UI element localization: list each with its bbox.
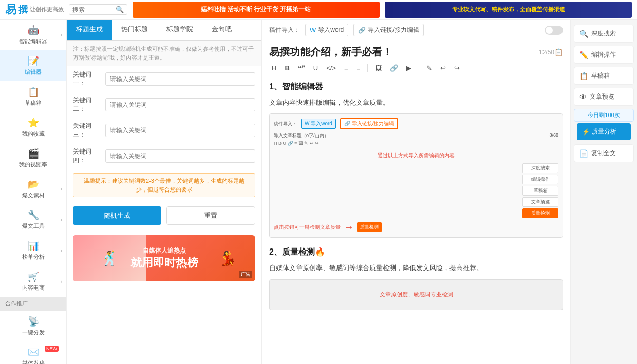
keyword-input-1[interactable] [105, 72, 255, 86]
copy-title-icon[interactable]: 📋 [554, 48, 563, 56]
reset-button[interactable]: 重置 [166, 206, 256, 225]
keyword-input-3[interactable] [105, 124, 255, 137]
mock-btn-edit-ops: 编辑操作 [522, 175, 558, 184]
smart-editor-icon: 🤖 [28, 25, 39, 36]
tip-box: 温馨提示：建议关键词数2-3个最佳，关键词越多，生成的标题越少，但越符合您的要求 [73, 173, 255, 197]
link-icon: 🔗 [358, 27, 366, 34]
quality-analysis-button[interactable]: ⚡ 质量分析 [577, 123, 631, 140]
sidebar-item-distribute[interactable]: 📡 一键分发 [0, 311, 66, 341]
mock-btn-deep-search: 深度搜索 [522, 163, 558, 173]
tab-bar: 标题生成 热门标题 标题学院 金句吧 [67, 20, 261, 41]
section-heading-2: 2、质量检测🔥 [269, 247, 563, 258]
sidebar-item-tools[interactable]: 🔧 爆文工具 › [0, 204, 66, 235]
far-right-deep-search[interactable]: 🔍 深度搜索 [574, 25, 634, 43]
keyword-row-1: 关键词一： [67, 66, 261, 92]
sidebar: 🤖 智能编辑器 › 📝 编辑器 📋 草稿箱 ⭐ 我的收藏 🎬 我的视频率 📂 爆… [0, 20, 67, 364]
search-box[interactable]: 🔍 [69, 4, 127, 15]
import-word-button[interactable]: W 导入word [305, 24, 348, 36]
middle-panel: 标题生成 热门标题 标题学院 金句吧 注：标题按照一定规律随机生成可能不准确，仅… [67, 20, 262, 364]
sidebar-item-draft[interactable]: 📋 草稿箱 [0, 81, 66, 112]
sidebar-item-material[interactable]: 📂 爆文素材 › [0, 174, 66, 204]
draft-icon: 📋 [28, 86, 39, 98]
code-button[interactable]: </> [324, 63, 339, 73]
main-layout: 🤖 智能编辑器 › 📝 编辑器 📋 草稿箱 ⭐ 我的收藏 🎬 我的视频率 📂 爆… [0, 20, 637, 364]
sidebar-item-videos[interactable]: 🎬 我的视频率 [0, 143, 66, 174]
far-right-draft[interactable]: 📋 草稿箱 [574, 67, 634, 85]
editor-content: 1、智能编辑器 文章内容快速排版编辑，优化文章质量。 稿件导入： W 导入wor… [262, 76, 570, 364]
far-right-panel: 🔍 深度搜索 ✏️ 编辑操作 📋 草稿箱 👁 文章预览 今日剩100次 ⚡ 质量… [570, 20, 637, 364]
ol-button[interactable]: ≡ [342, 63, 351, 73]
keyword-row-3: 关键词三： [67, 118, 261, 143]
mock-word-btn: W 导入word [301, 119, 336, 129]
redo-button[interactable]: ↪ [452, 63, 462, 73]
video-icon: 🎬 [28, 148, 39, 159]
today-remaining: 今日剩100次 [574, 109, 634, 122]
tab-title-school[interactable]: 标题学院 [157, 20, 202, 40]
video-button[interactable]: ▶ [404, 63, 414, 73]
sidebar-item-ecom[interactable]: 🛒 内容电商 › [0, 266, 66, 297]
top-banner-1[interactable]: 猛料吐槽 活动不断 行业干货 开播第一站 [133, 2, 380, 18]
link-button[interactable]: 🔗 [387, 63, 401, 73]
keyword-input-2[interactable] [105, 98, 255, 111]
import-label: 稿件导入： [269, 26, 300, 34]
tab-title-gen[interactable]: 标题生成 [67, 20, 112, 40]
search-icon: 🔍 [579, 30, 588, 38]
sidebar-item-media[interactable]: ✉️ 媒体发稿 NEW [0, 341, 66, 364]
editor-title-input[interactable] [269, 46, 539, 58]
mock-input-label: 导入文章标题（0字/山内） 8/68 [274, 132, 558, 139]
tab-hot-title[interactable]: 热门标题 [112, 20, 157, 40]
import-link-button[interactable]: 🔗 导入链接/接力编辑 [353, 24, 423, 36]
arrow-right-icon: → [344, 221, 354, 233]
bold-button[interactable]: B [282, 63, 292, 73]
keyword-row-2: 关键词二： [67, 92, 261, 118]
ul-button[interactable]: ≡ [354, 63, 363, 73]
mock-quality-screenshot: 文章原创度、敏感词专业检测 [269, 279, 563, 310]
far-right-copy[interactable]: 📄 复制全文 [574, 144, 634, 162]
quote-button[interactable]: ❝❞ [295, 63, 308, 73]
mock-editor-screenshot: 稿件导入： W 导入word 🔗 导入链接/接力编辑 导入文章标题（0字/山内）… [269, 113, 563, 238]
toolbar-separator [367, 64, 368, 72]
mock-arrow-row: 点击按钮可一键检测文章质量 → 质量检测 [274, 221, 558, 233]
mock-btn-draft: 草稿箱 [522, 186, 558, 196]
mock-toolbar: H B U 🔗 ≡ 🖼 ✎ ↩ ↪ [274, 141, 558, 146]
draft-box-icon: 📋 [579, 72, 588, 80]
quality-section: 今日剩100次 ⚡ 质量分析 [574, 109, 634, 141]
edit-icon: ✏️ [579, 51, 588, 59]
star-icon: ⭐ [28, 117, 39, 128]
mock-link-btn: 🔗 导入链接/接力编辑 [340, 118, 399, 129]
underline-button[interactable]: U [311, 63, 321, 73]
chevron-right-icon: › [61, 279, 62, 284]
section-content-2: 自媒体文章原创率、敏感词等综合质量检测，降低发文风险，提高推荐。 [269, 262, 563, 274]
chevron-right-icon: › [61, 32, 62, 38]
section-content-1: 文章内容快速排版编辑，优化文章质量。 [269, 97, 563, 108]
toggle-switch[interactable] [545, 26, 563, 35]
copy-icon: 📄 [579, 149, 588, 158]
heading-button[interactable]: H [269, 63, 279, 73]
image-button[interactable]: 🖼 [372, 63, 384, 73]
top-bar: 易撰 让创作更高效 🔍 猛料吐槽 活动不断 行业干货 开播第一站 专业软文代写、… [0, 0, 637, 20]
generate-button[interactable]: 随机生成 [73, 206, 161, 225]
far-right-edit-ops[interactable]: ✏️ 编辑操作 [574, 46, 634, 64]
mock-btn-preview: 文章预览 [522, 197, 558, 207]
undo-button[interactable]: ↩ [438, 63, 448, 73]
keyword-input-4[interactable] [105, 149, 255, 163]
sidebar-item-editor[interactable]: 📝 编辑器 [0, 50, 66, 81]
top-banner-2[interactable]: 专业软文代写、稿件发布，全面覆盖传播渠道 [385, 2, 632, 18]
rank-icon: 📊 [28, 240, 39, 252]
mock-btn-quality-active: 质量检测 [522, 208, 558, 218]
sidebar-item-smart-editor[interactable]: 🤖 智能编辑器 › [0, 20, 66, 50]
sidebar-item-collection[interactable]: ⭐ 我的收藏 [0, 112, 66, 143]
search-icon[interactable]: 🔍 [116, 6, 124, 13]
search-input[interactable] [72, 6, 114, 13]
tools-icon: 🔧 [28, 209, 39, 221]
mock-arrow-label-top: 通过以上方式导入所需编辑的内容 [274, 149, 558, 161]
sidebar-item-rank[interactable]: 📊 榜单分析 › [0, 235, 66, 266]
pen-button[interactable]: ✎ [424, 63, 435, 73]
tab-golden-sentence[interactable]: 金句吧 [202, 20, 241, 40]
content-section-1: 1、智能编辑器 文章内容快速排版编辑，优化文章质量。 稿件导入： W 导入wor… [269, 82, 563, 238]
hot-rank-banner[interactable]: 🕺 自媒体人追热点 就用即时热榜 💃 广告 [73, 235, 255, 281]
editor-panel: 稿件导入： W 导入word 🔗 导入链接/接力编辑 12/50 📋 H B ❝… [262, 20, 570, 364]
word-icon: W [310, 26, 316, 34]
eye-icon: 👁 [579, 93, 587, 101]
far-right-preview[interactable]: 👁 文章预览 [574, 88, 634, 106]
